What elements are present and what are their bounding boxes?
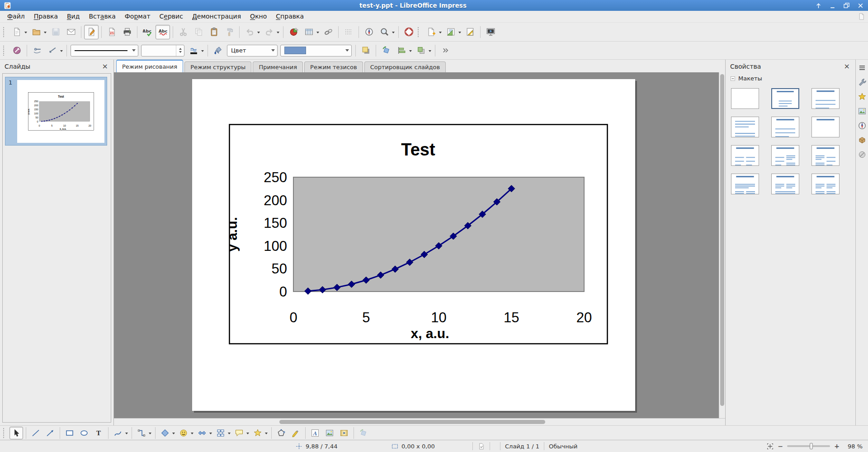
- area-style-combo[interactable]: Цвет: [227, 45, 278, 56]
- view-name[interactable]: Обычный: [544, 440, 582, 452]
- send-email-button[interactable]: [64, 25, 78, 39]
- close-button[interactable]: [857, 2, 864, 9]
- dropdown-arrow-icon[interactable]: [201, 50, 204, 52]
- dropdown-arrow-icon[interactable]: [277, 32, 279, 33]
- dropdown-arrow-icon[interactable]: [191, 433, 193, 434]
- rotate-object-button[interactable]: [357, 427, 370, 439]
- dropdown-arrow-icon[interactable]: [209, 433, 212, 434]
- dropdown-arrow-icon[interactable]: [125, 433, 128, 434]
- print-button[interactable]: [120, 25, 134, 39]
- redo-button[interactable]: [262, 25, 276, 39]
- layout-title-content-over-two[interactable]: [731, 174, 759, 194]
- dropdown-arrow-icon[interactable]: [429, 50, 431, 52]
- menu-Справка[interactable]: Справка: [271, 11, 308, 22]
- toolbar-grip[interactable]: [3, 27, 6, 37]
- symbol-shapes-button[interactable]: [177, 427, 190, 439]
- layout-title-only[interactable]: [811, 117, 840, 137]
- display-grid-button[interactable]: [341, 25, 356, 39]
- layout-two-content[interactable]: [731, 117, 759, 137]
- menu-Вставка[interactable]: Вставка: [84, 11, 120, 22]
- layout-title-subtitle[interactable]: [771, 88, 799, 109]
- slide-indicator[interactable]: Слайд 1 / 1: [500, 440, 544, 452]
- shapes-deck-button[interactable]: [858, 136, 867, 145]
- basic-shapes-button[interactable]: [158, 427, 172, 439]
- glue-points-mode-button[interactable]: [289, 427, 302, 439]
- toolbar-grip[interactable]: [418, 27, 421, 37]
- tab-Режим тезисов[interactable]: Режим тезисов: [304, 61, 363, 72]
- keep-above-button[interactable]: [815, 2, 822, 9]
- master-slides-deck-button[interactable]: [858, 107, 867, 116]
- dropdown-arrow-icon[interactable]: [409, 50, 412, 52]
- animation-deck-button[interactable]: [858, 150, 867, 159]
- insert-media-button[interactable]: [337, 427, 351, 439]
- line-ends-arrow-button[interactable]: [43, 427, 57, 439]
- dropdown-arrow-icon[interactable]: [172, 433, 175, 434]
- dropdown-arrow-icon[interactable]: [246, 433, 249, 434]
- cut-button[interactable]: [176, 25, 190, 39]
- tab-Сортировщик слайдов[interactable]: Сортировщик слайдов: [364, 61, 446, 72]
- layout-title-content-2[interactable]: [771, 117, 799, 137]
- layout-title-content-left-two-right[interactable]: [771, 145, 799, 166]
- dropdown-arrow-icon[interactable]: [316, 32, 319, 33]
- toolbar-overflow-button[interactable]: [438, 43, 453, 58]
- menu-Демонстрация[interactable]: Демонстрация: [188, 11, 245, 22]
- layout-blank[interactable]: [731, 88, 759, 109]
- dropdown-arrow-icon[interactable]: [265, 433, 268, 434]
- properties-deck-button[interactable]: [858, 78, 867, 87]
- spelling-button[interactable]: Abc: [140, 25, 155, 39]
- edit-points-button[interactable]: [9, 43, 24, 58]
- minimize-button[interactable]: [829, 2, 836, 9]
- zoom-out-button[interactable]: −: [778, 443, 783, 450]
- curve-button[interactable]: [111, 427, 125, 439]
- tab-Режим структуры[interactable]: Режим структуры: [184, 61, 251, 72]
- block-arrows-button[interactable]: [195, 427, 209, 439]
- ellipse-button[interactable]: [77, 427, 91, 439]
- dropdown-arrow-icon[interactable]: [149, 433, 151, 434]
- dropdown-arrow-icon[interactable]: [345, 49, 349, 52]
- layout-title-two-over-content[interactable]: [771, 174, 799, 194]
- properties-panel-close-button[interactable]: ×: [843, 63, 851, 70]
- help-button[interactable]: [401, 25, 416, 39]
- clone-formatting-button[interactable]: [222, 25, 236, 39]
- arrange-objects-button[interactable]: [414, 43, 428, 58]
- line-color-button[interactable]: [186, 43, 201, 58]
- workspace[interactable]: Test05010015020025005101520y a.u.x, a.u.: [114, 72, 725, 418]
- dropdown-arrow-icon[interactable]: [392, 32, 395, 33]
- dropdown-arrow-icon[interactable]: [257, 32, 260, 33]
- auto-spellcheck-button[interactable]: Abc: [156, 25, 170, 39]
- tab-Режим рисования[interactable]: Режим рисования: [116, 60, 183, 72]
- area-fill-button[interactable]: [211, 43, 225, 58]
- menu-Сервис[interactable]: Сервис: [155, 11, 188, 22]
- select-button[interactable]: [9, 427, 23, 439]
- dropdown-arrow-icon[interactable]: [24, 32, 27, 33]
- zoom-slider-thumb[interactable]: [810, 443, 813, 449]
- slide-thumbnail[interactable]: 1 Test05010015020025005101520y a.u.x, a.…: [5, 77, 107, 146]
- insert-image-button[interactable]: [323, 427, 336, 439]
- slide-page[interactable]: Test05010015020025005101520y a.u.x, a.u.: [192, 79, 635, 411]
- layout-title-two-content[interactable]: [731, 145, 759, 166]
- stars-banners-button[interactable]: [251, 427, 264, 439]
- dropdown-arrow-icon[interactable]: [458, 32, 461, 33]
- vertical-scrollbar-thumb[interactable]: [720, 74, 724, 406]
- insert-line-button[interactable]: [29, 427, 42, 439]
- layout-title-four-content[interactable]: [811, 174, 840, 194]
- rectangle-button[interactable]: [63, 427, 76, 439]
- export-pdf-button[interactable]: PDF: [104, 25, 119, 39]
- new-slide-button[interactable]: [424, 25, 439, 39]
- zoom-slider[interactable]: [787, 445, 830, 447]
- copy-button[interactable]: [191, 25, 206, 39]
- collapse-icon[interactable]: [730, 76, 736, 81]
- insert-hyperlink-button[interactable]: [321, 25, 335, 39]
- zoom-level[interactable]: 98 %: [844, 443, 863, 450]
- cursor-position[interactable]: 9,88 / 7,44: [291, 440, 387, 452]
- menu-Правка[interactable]: Правка: [29, 11, 62, 22]
- navigator-button[interactable]: [362, 25, 376, 39]
- dropdown-arrow-icon[interactable]: [44, 32, 47, 33]
- menu-Окно[interactable]: Окно: [245, 11, 271, 22]
- callouts-button[interactable]: [232, 427, 246, 439]
- line-width-spinner[interactable]: [141, 45, 184, 56]
- horizontal-scrollbar[interactable]: [114, 418, 725, 425]
- dropdown-arrow-icon[interactable]: [132, 49, 136, 52]
- spinner-arrows[interactable]: [176, 45, 184, 56]
- glue-points-button[interactable]: [30, 43, 44, 58]
